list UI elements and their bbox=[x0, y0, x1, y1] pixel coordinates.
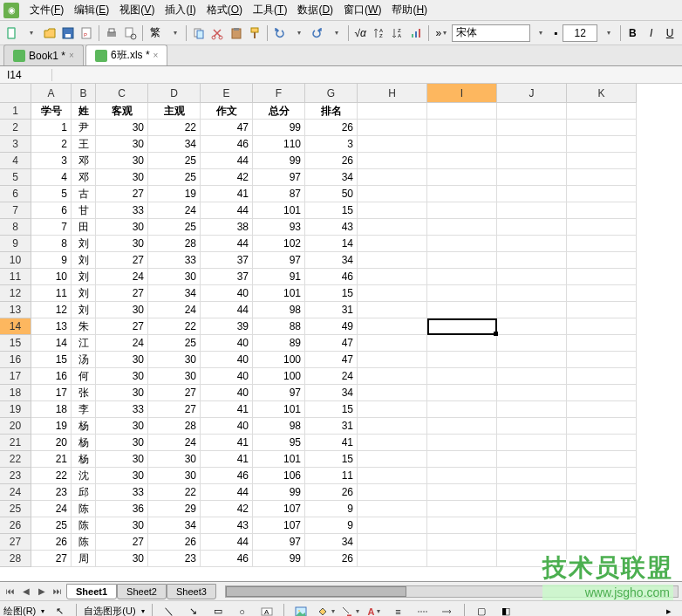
menu-item[interactable]: 插入(I) bbox=[160, 1, 201, 19]
cell[interactable]: 杨 bbox=[72, 451, 96, 468]
cell[interactable]: 22 bbox=[31, 468, 72, 484]
column-header[interactable]: D bbox=[148, 84, 201, 103]
cell[interactable]: 田 bbox=[72, 219, 96, 236]
horizontal-scrollbar[interactable] bbox=[225, 585, 679, 598]
cell[interactable]: 30 bbox=[96, 517, 148, 534]
cell[interactable]: 40 bbox=[201, 285, 253, 302]
more-tools-dropdown[interactable]: » bbox=[433, 24, 449, 43]
cell[interactable]: 李 bbox=[72, 401, 96, 418]
draw-menu-label[interactable]: 绘图(R) bbox=[3, 605, 36, 616]
cell[interactable] bbox=[358, 418, 427, 435]
cell[interactable] bbox=[497, 236, 567, 252]
cell[interactable]: 1 bbox=[31, 120, 72, 136]
cell[interactable]: 杨 bbox=[72, 418, 96, 435]
next-sheet-button[interactable]: ▶ bbox=[35, 585, 49, 599]
cell[interactable]: 49 bbox=[305, 318, 358, 335]
cell[interactable]: 14 bbox=[31, 335, 72, 352]
paste-icon[interactable] bbox=[228, 24, 244, 43]
cell[interactable] bbox=[567, 451, 637, 468]
cell[interactable]: 88 bbox=[253, 318, 305, 335]
cell[interactable]: 99 bbox=[253, 153, 305, 169]
cell[interactable]: 2 bbox=[31, 136, 72, 153]
cell[interactable] bbox=[497, 451, 567, 468]
font-size-dropdown[interactable] bbox=[599, 24, 616, 43]
cell[interactable]: 44 bbox=[201, 534, 253, 551]
cell[interactable] bbox=[358, 551, 427, 567]
cell[interactable]: 30 bbox=[96, 219, 148, 236]
cell[interactable]: 15 bbox=[305, 451, 358, 468]
menu-item[interactable]: 视图(V) bbox=[114, 1, 160, 19]
row-header[interactable]: 2 bbox=[0, 120, 31, 136]
cell[interactable]: 姓 bbox=[72, 103, 96, 120]
cell[interactable] bbox=[358, 169, 427, 186]
cell[interactable] bbox=[427, 352, 497, 368]
cell[interactable]: 34 bbox=[305, 534, 358, 551]
cell[interactable]: 101 bbox=[253, 202, 305, 219]
cell[interactable]: 30 bbox=[96, 418, 148, 435]
rectangle-icon[interactable]: ▭ bbox=[208, 602, 228, 617]
cell[interactable] bbox=[427, 501, 497, 517]
cell[interactable]: 25 bbox=[148, 219, 201, 236]
cell[interactable]: 30 bbox=[96, 352, 148, 368]
menu-item[interactable]: 文件(F) bbox=[24, 1, 69, 19]
sheet-tab[interactable]: Sheet1 bbox=[66, 584, 117, 599]
cell[interactable]: 张 bbox=[72, 385, 96, 401]
cell[interactable]: 30 bbox=[96, 120, 148, 136]
cell[interactable] bbox=[427, 202, 497, 219]
sheet-tab[interactable]: Sheet2 bbox=[117, 584, 167, 599]
row-header[interactable]: 8 bbox=[0, 219, 31, 236]
cell[interactable]: 19 bbox=[148, 186, 201, 202]
cell[interactable]: 101 bbox=[253, 451, 305, 468]
cell[interactable] bbox=[567, 368, 637, 385]
cell[interactable]: 102 bbox=[253, 236, 305, 252]
cell[interactable] bbox=[497, 385, 567, 401]
cell[interactable]: 27 bbox=[96, 252, 148, 269]
cell[interactable]: 27 bbox=[96, 534, 148, 551]
cell[interactable]: 31 bbox=[305, 418, 358, 435]
line-color-dropdown[interactable] bbox=[340, 602, 359, 617]
cell[interactable]: 99 bbox=[253, 551, 305, 567]
cell[interactable] bbox=[358, 368, 427, 385]
row-header[interactable]: 18 bbox=[0, 385, 31, 401]
cell[interactable]: 朱 bbox=[72, 318, 96, 335]
cell[interactable]: 15 bbox=[305, 285, 358, 302]
cell[interactable]: 33 bbox=[96, 484, 148, 501]
sort-asc-icon[interactable]: AZ bbox=[371, 24, 387, 43]
cell[interactable]: 50 bbox=[305, 186, 358, 202]
cell[interactable]: 37 bbox=[201, 269, 253, 285]
oval-icon[interactable]: ○ bbox=[233, 602, 252, 617]
cell[interactable]: 93 bbox=[253, 219, 305, 236]
column-header[interactable]: G bbox=[305, 84, 358, 103]
first-sheet-button[interactable]: ⏮ bbox=[3, 585, 17, 599]
cell[interactable] bbox=[567, 103, 637, 120]
select-all-corner[interactable] bbox=[0, 84, 31, 103]
print-preview-icon[interactable] bbox=[122, 24, 139, 43]
cell[interactable]: 5 bbox=[31, 186, 72, 202]
cell[interactable]: 27 bbox=[148, 385, 201, 401]
cell[interactable] bbox=[427, 517, 497, 534]
cell[interactable] bbox=[427, 534, 497, 551]
cell[interactable]: 尹 bbox=[72, 120, 96, 136]
cell[interactable]: 30 bbox=[96, 302, 148, 318]
cell[interactable] bbox=[427, 120, 497, 136]
cell[interactable]: 刘 bbox=[72, 269, 96, 285]
cell[interactable]: 20 bbox=[31, 435, 72, 451]
document-tab[interactable]: 6班.xls *× bbox=[85, 44, 168, 65]
cell[interactable] bbox=[427, 136, 497, 153]
cell[interactable]: 30 bbox=[96, 236, 148, 252]
trad-simp-dropdown[interactable] bbox=[166, 24, 182, 43]
column-header[interactable]: H bbox=[358, 84, 427, 103]
cell[interactable]: 27 bbox=[96, 186, 148, 202]
cell[interactable]: 27 bbox=[148, 401, 201, 418]
cell[interactable]: 26 bbox=[305, 153, 358, 169]
cell[interactable]: 陈 bbox=[72, 501, 96, 517]
cell[interactable]: 41 bbox=[201, 401, 253, 418]
cell[interactable] bbox=[427, 368, 497, 385]
cell[interactable]: 9 bbox=[305, 501, 358, 517]
cell[interactable] bbox=[567, 153, 637, 169]
cell[interactable] bbox=[358, 484, 427, 501]
cell[interactable]: 40 bbox=[201, 385, 253, 401]
cell[interactable]: 110 bbox=[253, 136, 305, 153]
cell[interactable] bbox=[497, 468, 567, 484]
cell[interactable]: 26 bbox=[305, 120, 358, 136]
